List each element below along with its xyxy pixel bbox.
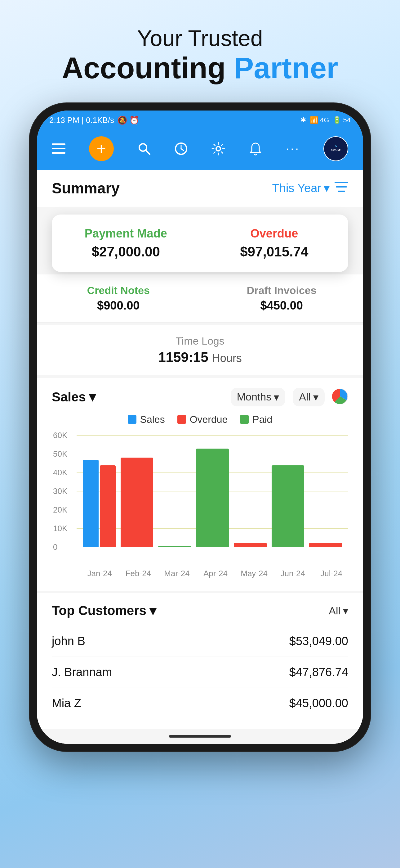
bar-group-mar xyxy=(158,435,191,547)
hero-title: Accounting Partner xyxy=(19,52,381,85)
x-label-apr: Apr-24 xyxy=(199,569,233,578)
grid-label-30k: 30K xyxy=(53,486,67,496)
bar-may-overdue xyxy=(234,542,267,547)
bar-chart: 60K 50K 40K 30K xyxy=(52,435,348,566)
customers-filter-label: All xyxy=(329,605,340,617)
credit-notes-cell: Credit Notes $900.00 xyxy=(37,274,200,322)
summary-header: Summary This Year ▾ xyxy=(37,170,363,207)
legend-label-overdue: Overdue xyxy=(190,414,228,425)
bar-apr-paid xyxy=(196,448,229,547)
year-filter-chevron: ▾ xyxy=(324,181,330,195)
customer-name-1: john B xyxy=(52,634,85,648)
status-icons: 🔕 ⏰ xyxy=(117,116,139,125)
phone-wrapper: 2:13 PM | 0.1KB/s 🔕 ⏰ ✱ 📶 4G 🔋 54 xyxy=(0,97,400,770)
settings-icon[interactable] xyxy=(211,142,225,156)
x-label-jun: Jun-24 xyxy=(276,569,310,578)
status-left: 2:13 PM | 0.1KB/s 🔕 ⏰ xyxy=(49,116,139,125)
bar-jul-overdue xyxy=(309,542,342,547)
grid-label-60k: 60K xyxy=(53,430,67,440)
summary-filter[interactable]: This Year ▾ xyxy=(272,181,348,195)
search-icon[interactable] xyxy=(137,142,151,156)
customers-title[interactable]: Top Customers ▾ xyxy=(52,603,156,618)
customer-amount-3: $45,000.00 xyxy=(289,696,348,710)
grid-label-40k: 40K xyxy=(53,468,67,477)
period-chevron: ▾ xyxy=(274,391,279,403)
overdue-section: Overdue $97,015.74 xyxy=(200,215,348,272)
svg-line-7 xyxy=(181,149,184,151)
customers-section: Top Customers ▾ All ▾ john B $53,049.00 xyxy=(37,593,363,729)
signal-icon: 📶 4G xyxy=(310,116,329,124)
period-selector[interactable]: Months ▾ xyxy=(231,388,286,406)
year-filter-label: This Year xyxy=(272,182,321,195)
grid-line-0: 0 xyxy=(76,547,348,547)
bar-mar-empty xyxy=(158,546,191,547)
battery-icon: 🔋 54 xyxy=(333,116,351,124)
customer-row-1[interactable]: john B $53,049.00 xyxy=(52,626,348,657)
grid-label-50k: 50K xyxy=(53,449,67,459)
bar-jan-overdue xyxy=(100,465,116,547)
pie-chart-icon[interactable] xyxy=(332,389,348,406)
summary-title: Summary xyxy=(52,180,120,197)
legend-paid: Paid xyxy=(240,414,272,425)
customers-filter-chevron: ▾ xyxy=(343,604,348,617)
add-button[interactable]: + xyxy=(89,136,114,161)
legend-dot-sales xyxy=(128,415,136,424)
hero-section: Your Trusted Accounting Partner xyxy=(0,0,400,97)
draft-invoices-cell: Draft Invoices $450.00 xyxy=(200,274,363,322)
avatar[interactable]: S SKYLINE xyxy=(324,136,348,161)
status-bar: 2:13 PM | 0.1KB/s 🔕 ⏰ ✱ 📶 4G 🔋 54 xyxy=(37,111,363,130)
svg-rect-0 xyxy=(52,144,65,145)
more-icon[interactable]: ··· xyxy=(286,142,300,156)
home-indicator xyxy=(37,729,363,744)
x-label-jul: Jul-24 xyxy=(314,569,348,578)
filter-icon[interactable] xyxy=(335,181,348,195)
time-logs: Time Logs 1159:15 Hours xyxy=(37,325,363,375)
filter-selector[interactable]: All ▾ xyxy=(293,388,325,406)
grid-label-20k: 20K xyxy=(53,505,67,515)
payment-made-section: Payment Made $27,000.00 xyxy=(52,215,200,272)
bar-group-may xyxy=(234,435,267,547)
chart-title[interactable]: Sales ▾ xyxy=(52,389,96,404)
svg-line-4 xyxy=(146,150,150,154)
chart-legend: Sales Overdue Paid xyxy=(52,414,348,425)
grid-label-0: 0 xyxy=(53,542,57,552)
svg-rect-2 xyxy=(52,152,65,154)
legend-dot-overdue xyxy=(177,415,186,424)
customer-row-3[interactable]: Mia Z $45,000.00 xyxy=(52,688,348,719)
bars-area xyxy=(76,435,348,547)
payment-card-wrapper: Payment Made $27,000.00 Overdue $97,015.… xyxy=(37,207,363,272)
bell-icon[interactable] xyxy=(249,142,262,156)
hero-subtitle: Your Trusted xyxy=(19,25,381,52)
bar-group-jul xyxy=(309,435,342,547)
home-bar xyxy=(169,735,231,738)
draft-invoices-value: $450.00 xyxy=(213,299,351,312)
credit-notes-label: Credit Notes xyxy=(49,284,188,297)
hero-title-plain: Accounting xyxy=(62,51,234,85)
add-icon: + xyxy=(97,140,106,158)
chart-header: Sales ▾ Months ▾ All ▾ xyxy=(52,388,348,406)
bar-group-jun xyxy=(272,435,304,547)
filter-label: All xyxy=(299,391,311,403)
hamburger-icon[interactable] xyxy=(52,144,65,154)
chart-controls: Months ▾ All ▾ xyxy=(231,388,348,406)
legend-dot-paid xyxy=(240,415,249,424)
status-right: ✱ 📶 4G 🔋 54 xyxy=(300,116,351,124)
legend-label-sales: Sales xyxy=(140,414,165,425)
stats-grid: Credit Notes $900.00 Draft Invoices $450… xyxy=(37,274,363,322)
legend-sales: Sales xyxy=(128,414,165,425)
legend-overdue: Overdue xyxy=(177,414,228,425)
time-logs-label: Time Logs xyxy=(49,335,351,347)
customers-chevron: ▾ xyxy=(149,603,156,618)
payment-card: Payment Made $27,000.00 Overdue $97,015.… xyxy=(52,215,348,272)
nav-bar: + xyxy=(37,130,363,170)
customers-filter[interactable]: All ▾ xyxy=(329,604,348,617)
avatar-inner: S SKYLINE xyxy=(324,137,347,160)
clock-icon[interactable] xyxy=(174,142,188,156)
content-area: Summary This Year ▾ xyxy=(37,170,363,744)
period-label: Months xyxy=(237,391,272,403)
customer-row-2[interactable]: J. Brannam $47,876.74 xyxy=(52,657,348,688)
time-logs-unit: Hours xyxy=(212,352,242,365)
year-filter[interactable]: This Year ▾ xyxy=(272,181,330,195)
legend-label-paid: Paid xyxy=(253,414,272,425)
chart-section: Sales ▾ Months ▾ All ▾ xyxy=(37,378,363,591)
